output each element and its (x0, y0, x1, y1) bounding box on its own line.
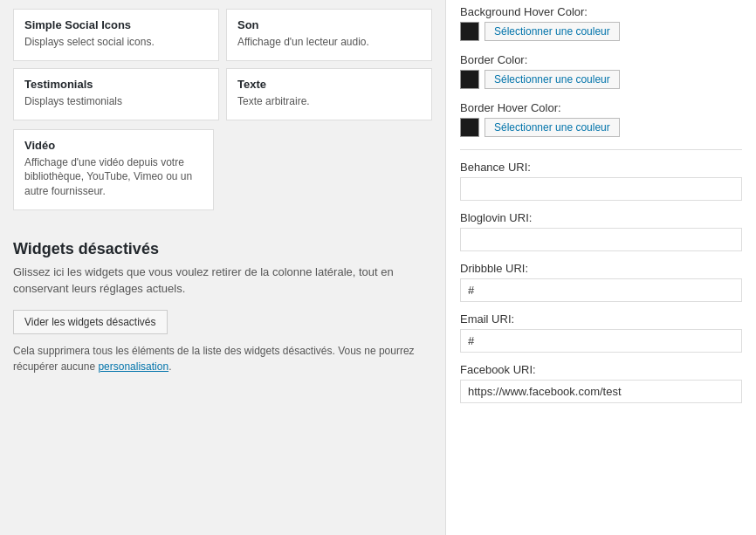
border-hover-color-label: Border Hover Color: (460, 101, 742, 114)
right-panel: Background Hover Color: Sélectionner une… (445, 0, 756, 535)
disabled-section-desc: Glissez ici les widgets que vous voulez … (13, 264, 432, 298)
widget-title-video: Vidéo (24, 139, 203, 152)
left-panel: Simple Social Icons Displays select soci… (0, 0, 445, 535)
widget-card-son[interactable]: Son Affichage d'un lecteur audio. (226, 9, 432, 61)
widget-title-testimonials: Testimonials (24, 78, 208, 91)
dribbble-uri-input[interactable] (460, 278, 742, 302)
widget-desc-texte: Texte arbitraire. (237, 94, 421, 109)
bloglovin-uri-label: Bloglovin URI: (460, 211, 742, 224)
clear-disabled-widgets-button[interactable]: Vider les widgets désactivés (13, 310, 168, 334)
border-hover-color-row: Sélectionner une couleur (460, 118, 742, 137)
border-color-swatch (460, 70, 479, 89)
border-hover-color-button[interactable]: Sélectionner une couleur (485, 118, 620, 137)
widget-card-video[interactable]: Vidéo Affichage d'une vidéo depuis votre… (13, 129, 214, 210)
widget-card-texte[interactable]: Texte Texte arbitraire. (226, 68, 432, 120)
warning-link[interactable]: personalisation (98, 360, 168, 373)
widget-desc-son: Affichage d'un lecteur audio. (237, 35, 421, 50)
widget-card-testimonials[interactable]: Testimonials Displays testimonials (13, 68, 219, 120)
widget-desc-simple-social-icons: Displays select social icons. (24, 35, 208, 50)
facebook-uri-input[interactable] (460, 380, 742, 403)
widget-desc-testimonials: Displays testimonials (24, 94, 208, 109)
dribbble-uri-label: Dribbble URI: (460, 262, 742, 275)
widget-title-son: Son (237, 18, 421, 31)
widget-desc-video: Affichage d'une vidéo depuis votre bibli… (24, 155, 203, 199)
bloglovin-uri-input[interactable] (460, 228, 742, 251)
email-uri-input[interactable] (460, 329, 742, 353)
background-hover-color-group: Background Hover Color: Sélectionner une… (460, 5, 742, 41)
border-color-label: Border Color: (460, 53, 742, 66)
background-hover-color-button[interactable]: Sélectionner une couleur (485, 22, 620, 41)
warning-text: Cela supprimera tous les éléments de la … (13, 343, 432, 374)
border-color-group: Border Color: Sélectionner une couleur (460, 53, 742, 89)
email-uri-group: Email URI: (460, 312, 742, 353)
widget-card-simple-social-icons[interactable]: Simple Social Icons Displays select soci… (13, 9, 219, 61)
behance-uri-group: Behance URI: (460, 161, 742, 201)
background-hover-color-row: Sélectionner une couleur (460, 22, 742, 41)
border-color-row: Sélectionner une couleur (460, 70, 742, 89)
border-color-button[interactable]: Sélectionner une couleur (485, 70, 620, 89)
widget-grid: Simple Social Icons Displays select soci… (13, 9, 432, 120)
bloglovin-uri-group: Bloglovin URI: (460, 211, 742, 251)
border-hover-color-swatch (460, 118, 479, 137)
border-hover-color-group: Border Hover Color: Sélectionner une cou… (460, 101, 742, 137)
divider (460, 149, 742, 150)
background-hover-color-label: Background Hover Color: (460, 5, 742, 18)
dribbble-uri-group: Dribbble URI: (460, 262, 742, 302)
email-uri-label: Email URI: (460, 312, 742, 326)
widget-title-simple-social-icons: Simple Social Icons (24, 18, 208, 31)
facebook-uri-group: Facebook URI: (460, 363, 742, 403)
warning-text-end: . (168, 360, 171, 373)
warning-text-part1: Cela supprimera tous les éléments de la … (13, 345, 415, 373)
facebook-uri-label: Facebook URI: (460, 363, 742, 376)
widget-title-texte: Texte (237, 78, 421, 91)
disabled-section-title: Widgets désactivés (13, 240, 432, 258)
background-hover-color-swatch (460, 22, 479, 41)
behance-uri-input[interactable] (460, 177, 742, 201)
behance-uri-label: Behance URI: (460, 161, 742, 174)
